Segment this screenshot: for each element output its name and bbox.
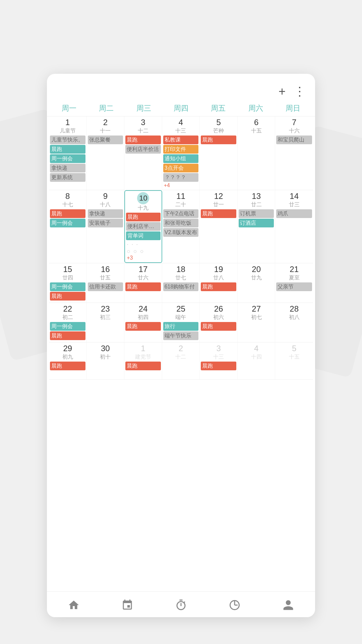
event-chip[interactable]: 周一例会 — [50, 282, 85, 291]
day-cell[interactable]: 29初九晨跑 — [49, 342, 87, 379]
event-chip[interactable]: 儿童节快乐。 — [50, 136, 85, 144]
event-chip[interactable]: 晨跑 — [50, 145, 85, 154]
event-chip[interactable]: 晨跑 — [201, 136, 236, 144]
day-cell[interactable]: 8十七晨跑周一例会 — [49, 190, 87, 263]
event-chip[interactable]: 下午2点电话 — [163, 209, 199, 218]
day-cell[interactable]: 25端午旅行端午节快乐 — [162, 303, 200, 342]
event-chip[interactable]: 拿快递 — [50, 164, 85, 172]
event-chip[interactable]: 周一例会 — [50, 219, 85, 227]
event-chip[interactable]: 订机票 — [239, 209, 274, 218]
day-cell[interactable]: 14廿三鸡爪 — [275, 190, 313, 263]
bottom-nav — [47, 591, 315, 617]
day-cell[interactable]: 19廿八晨跑 — [200, 263, 238, 303]
day-cell[interactable]: 22初二周一例会晨跑 — [49, 303, 87, 342]
day-cell[interactable]: 1儿童节儿童节快乐。晨跑周一例会拿快递更新系统 — [49, 116, 87, 190]
event-chip[interactable]: 晨跑 — [201, 209, 236, 218]
event-chip[interactable]: 鸡爪 — [276, 209, 312, 218]
day-cell[interactable]: 18廿七618购物车付 — [162, 263, 200, 303]
day-cell[interactable]: 28初八 — [275, 303, 313, 342]
event-chip[interactable]: 和宝贝爬山 — [276, 136, 312, 144]
event-chip[interactable]: 通知小组 — [163, 154, 199, 163]
event-chip[interactable]: 晨跑 — [125, 322, 161, 331]
nav-item-calendar[interactable] — [120, 598, 135, 612]
event-chip[interactable]: 打印文件 — [163, 145, 199, 154]
event-chip[interactable]: 旅行 — [163, 322, 199, 331]
home-icon — [66, 598, 81, 612]
day-cell[interactable]: 30初十 — [87, 342, 125, 379]
event-chip[interactable]: 张总聚餐 — [88, 136, 123, 144]
event-chip[interactable]: 周一例会 — [50, 322, 85, 331]
event-chip[interactable]: ？？？？ — [163, 173, 199, 182]
day-number: 23 — [88, 304, 123, 314]
day-number: 11 — [163, 192, 199, 201]
day-cell[interactable]: 20廿九 — [238, 263, 276, 303]
nav-item-home[interactable] — [66, 598, 81, 612]
day-cell[interactable]: 12廿一晨跑 — [200, 190, 238, 263]
day-cell[interactable]: 1建党节晨跑 — [124, 342, 162, 379]
event-chip[interactable]: 便利店半价活 — [126, 222, 161, 231]
event-chip[interactable]: 晨跑 — [50, 331, 85, 340]
event-chip[interactable]: 订酒店 — [239, 219, 274, 227]
event-chip[interactable]: 私教课 — [163, 136, 199, 144]
day-cell[interactable]: 13廿二订机票订酒店 — [238, 190, 276, 263]
event-chip[interactable]: 晨跑 — [125, 136, 161, 144]
day-cell[interactable]: 9十八拿快递安装镜子 — [87, 190, 125, 263]
day-cell[interactable]: 5十五 — [275, 342, 313, 379]
event-chip[interactable]: 晨跑 — [201, 362, 236, 370]
nav-item-timer[interactable] — [174, 598, 188, 612]
event-more: +4 — [163, 182, 199, 189]
event-chip[interactable]: 和张哥吃饭 — [163, 219, 199, 227]
day-cell[interactable]: 26初六晨跑 — [200, 303, 238, 342]
event-chip[interactable]: 拿快递 — [88, 209, 123, 218]
day-cell[interactable]: 3十二晨跑便利店半价活 — [124, 116, 162, 190]
day-cell[interactable]: 21夏至父亲节 — [275, 263, 313, 303]
day-cell[interactable]: 6十五 — [238, 116, 276, 190]
event-chip[interactable]: V2.8版本发布 — [163, 228, 199, 237]
day-sublabel: 芒种 — [201, 127, 236, 135]
more-button[interactable]: ⋮ — [294, 85, 306, 99]
day-cell[interactable]: 27初七 — [238, 303, 276, 342]
day-cell[interactable]: 3十三晨跑 — [200, 342, 238, 379]
calendar-grid[interactable]: 1儿童节儿童节快乐。晨跑周一例会拿快递更新系统2十一张总聚餐3十二晨跑便利店半价… — [47, 116, 315, 591]
day-cell[interactable]: 11二十下午2点电话和张哥吃饭V2.8版本发布 — [162, 190, 200, 263]
day-cell[interactable]: 10十九晨跑便利店半价活背单词· · ·○ ○ ○+3 — [124, 190, 162, 263]
event-chip[interactable]: 晨跑 — [50, 292, 85, 301]
nav-item-chart[interactable] — [227, 598, 242, 612]
add-button[interactable]: + — [279, 85, 286, 99]
event-chip[interactable]: 背单词 — [126, 231, 161, 240]
nav-item-user[interactable] — [281, 598, 296, 612]
event-chip[interactable]: 周一例会 — [50, 154, 85, 163]
day-sublabel: 十九 — [126, 205, 161, 212]
event-chip[interactable]: 晨跑 — [125, 282, 161, 291]
event-chip[interactable]: 安装镜子 — [88, 219, 123, 227]
event-chip[interactable]: 晨跑 — [50, 362, 85, 370]
day-cell[interactable]: 7十六和宝贝爬山 — [275, 116, 313, 190]
day-cell[interactable]: 4十四 — [238, 342, 276, 379]
event-chip[interactable]: 晨跑 — [125, 362, 161, 370]
event-chip[interactable]: 父亲节 — [276, 282, 312, 291]
event-chip[interactable]: 3点开会 — [163, 164, 199, 172]
day-cell[interactable]: 2十二 — [162, 342, 200, 379]
event-chip[interactable]: 618购物车付 — [163, 282, 199, 291]
event-chip[interactable]: 信用卡还款 — [88, 282, 123, 291]
day-cell[interactable]: 17廿六晨跑 — [124, 263, 162, 303]
day-sublabel: 十八 — [88, 201, 123, 208]
user-icon — [281, 598, 296, 612]
event-chip[interactable]: 端午节快乐 — [163, 331, 199, 340]
event-chip[interactable]: 晨跑 — [126, 213, 161, 221]
day-sublabel: 初八 — [276, 314, 312, 321]
day-cell[interactable]: 4十三私教课打印文件通知小组3点开会？？？？+4 — [162, 116, 200, 190]
day-cell[interactable]: 15廿四周一例会晨跑 — [49, 263, 87, 303]
event-chip[interactable]: 更新系统 — [50, 173, 85, 182]
event-chip[interactable]: 晨跑 — [201, 322, 236, 331]
event-chip[interactable]: 晨跑 — [50, 209, 85, 218]
event-chip[interactable]: 晨跑 — [201, 282, 236, 291]
day-cell[interactable]: 2十一张总聚餐 — [87, 116, 125, 190]
day-cell[interactable]: 24初四晨跑 — [124, 303, 162, 342]
day-cell[interactable]: 16廿五信用卡还款 — [87, 263, 125, 303]
day-cell[interactable]: 23初三 — [87, 303, 125, 342]
day-cell[interactable]: 5芒种晨跑 — [200, 116, 238, 190]
event-chip[interactable]: 便利店半价活 — [125, 145, 161, 154]
day-number: 6 — [239, 118, 274, 127]
week-row: 29初九晨跑30初十1建党节晨跑2十二3十三晨跑4十四5十五 — [49, 342, 313, 380]
